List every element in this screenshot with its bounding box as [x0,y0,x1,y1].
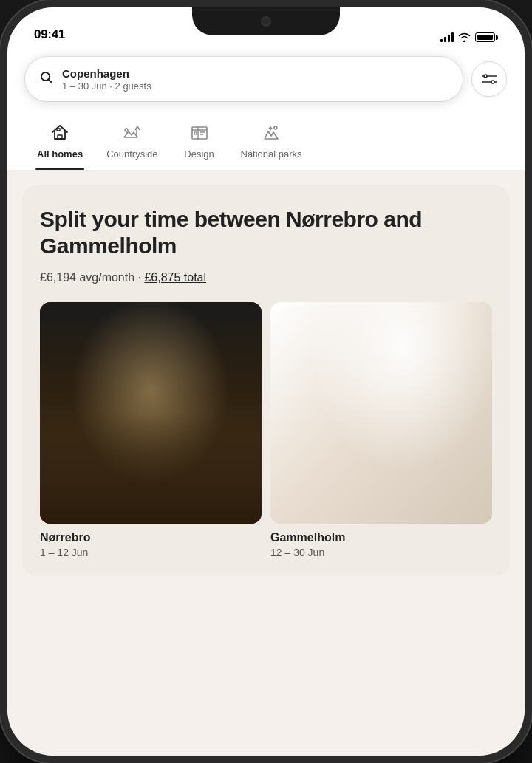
all-homes-icon [50,122,70,144]
tab-countryside-label: Countryside [106,148,157,160]
split-card: Split your time between Nørrebro and Gam… [22,185,510,576]
listing-norrebro[interactable]: Nørrebro 1 – 12 Jun [40,302,262,558]
listing-gammelholm-name: Gammelholm [270,531,492,544]
tab-all-homes[interactable]: All homes [25,113,95,170]
notch [192,7,340,35]
battery-icon [475,32,498,42]
listing-norrebro-image [40,302,262,524]
svg-rect-8 [58,135,62,139]
screen: 09:41 [7,7,525,756]
svg-rect-13 [194,132,197,134]
search-text: Copenhagen 1 – 30 Jun · 2 guests [62,67,151,92]
main-content: Split your time between Nørrebro and Gam… [7,171,525,756]
status-icons [440,32,498,42]
svg-line-1 [49,79,52,83]
signal-icon [440,32,454,42]
tab-countryside[interactable]: Countryside [95,113,169,170]
wifi-icon [458,32,471,42]
search-details: 1 – 30 Jun · 2 guests [62,81,151,92]
search-bar[interactable]: Copenhagen 1 – 30 Jun · 2 guests [25,57,463,101]
tab-design-label: Design [184,148,214,160]
listing-gammelholm-image [270,302,492,524]
svg-point-16 [274,126,277,129]
camera-dot [261,16,271,27]
listing-gammelholm-dates: 12 – 30 Jun [270,547,492,558]
phone-frame: 09:41 [0,0,532,763]
listing-grid: Nørrebro 1 – 12 Jun Gammelholm 12 – 30 J… [40,302,492,558]
search-icon [40,71,53,88]
price-avg: £6,194 avg/month [40,271,134,284]
price-total[interactable]: £6,875 total [144,271,206,284]
price-row: £6,194 avg/month · £6,875 total [40,271,492,284]
category-tabs: All homes Countryside [7,113,525,171]
countryside-icon [122,122,143,144]
design-icon [189,122,210,144]
tab-national-parks[interactable]: National parks [229,113,314,170]
status-time: 09:41 [34,27,65,42]
listing-gammelholm[interactable]: Gammelholm 12 – 30 Jun [270,302,492,558]
national-parks-icon [261,122,282,144]
filter-icon [482,72,497,86]
listing-norrebro-dates: 1 – 12 Jun [40,547,262,558]
tab-design[interactable]: Design [170,113,229,170]
tab-all-homes-label: All homes [37,148,83,160]
tab-national-parks-label: National parks [241,148,302,160]
split-headline: Split your time between Nørrebro and Gam… [40,206,492,259]
listing-norrebro-name: Nørrebro [40,531,262,544]
search-section: Copenhagen 1 – 30 Jun · 2 guests [7,48,525,113]
filter-button[interactable] [471,61,507,97]
search-location: Copenhagen [62,67,151,81]
